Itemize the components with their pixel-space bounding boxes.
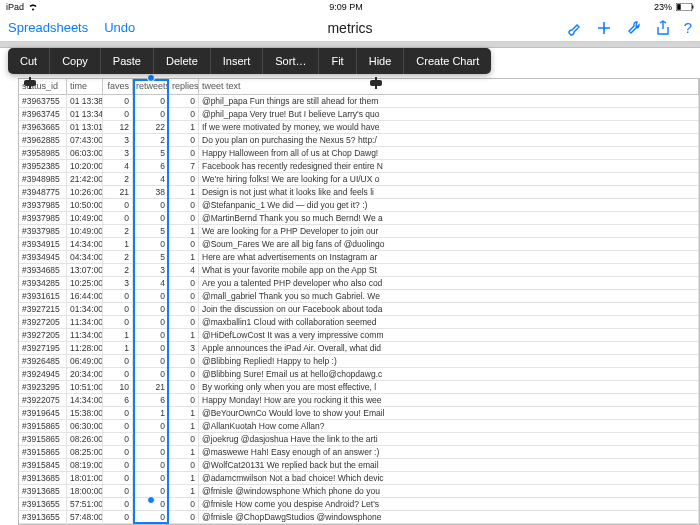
cell[interactable]: 0 (169, 277, 199, 289)
cell[interactable]: 08:26:00 (67, 433, 103, 445)
paste-button[interactable]: Paste (101, 48, 154, 74)
cell[interactable]: 11:28:00 (67, 342, 103, 354)
cell[interactable]: 11:34:00 (67, 316, 103, 328)
cell[interactable]: 14:34:00 (67, 238, 103, 250)
cell[interactable]: 06:30:00 (67, 420, 103, 432)
cell[interactable]: #3922075 (19, 394, 67, 406)
cell[interactable]: 1 (103, 238, 133, 250)
cell[interactable]: 21:42:00 (67, 173, 103, 185)
cell[interactable]: 6 (103, 394, 133, 406)
cell[interactable]: 10:49:00 (67, 212, 103, 224)
table-row[interactable]: #393161516:44:00000@mall_gabriel Thank y… (19, 290, 699, 303)
cell[interactable]: 08:19:00 (67, 459, 103, 471)
cell[interactable]: Here are what advertisements on Instagra… (199, 251, 699, 263)
cell[interactable]: By working only when you are most effect… (199, 381, 699, 393)
cell[interactable]: 5 (133, 225, 169, 237)
cell[interactable]: #3948775 (19, 186, 67, 198)
table-row[interactable]: #395238510:20:00467Facebook has recently… (19, 160, 699, 173)
cell[interactable]: 01 13:34 (67, 108, 103, 120)
cell[interactable]: @phil_papa Very true! But I believe Larr… (199, 108, 699, 120)
cell[interactable]: 0 (103, 355, 133, 367)
selection-handle-left[interactable] (24, 80, 36, 86)
table-row[interactable]: #391586506:30:00001@AllanKuotah How come… (19, 420, 699, 433)
cell[interactable]: 0 (133, 212, 169, 224)
cell[interactable]: 0 (103, 368, 133, 380)
cell[interactable]: 0 (133, 511, 169, 523)
cell[interactable]: 0 (169, 355, 199, 367)
cell[interactable]: 1 (169, 251, 199, 263)
cell[interactable]: 14:34:00 (67, 394, 103, 406)
cell[interactable]: 0 (103, 95, 133, 107)
cell[interactable]: #3915865 (19, 420, 67, 432)
cell[interactable]: #3913685 (19, 472, 67, 484)
cell[interactable]: 0 (169, 95, 199, 107)
table-row[interactable]: #394877510:26:0021381Design is not just … (19, 186, 699, 199)
cell[interactable]: 16:44:00 (67, 290, 103, 302)
cut-button[interactable]: Cut (8, 48, 50, 74)
cell[interactable]: 0 (169, 394, 199, 406)
cell[interactable]: 0 (133, 420, 169, 432)
cell[interactable]: #3937985 (19, 225, 67, 237)
cell[interactable]: 0 (169, 498, 199, 510)
wrench-icon[interactable] (626, 20, 642, 36)
cell[interactable]: #3927205 (19, 316, 67, 328)
cell[interactable]: 1 (169, 446, 199, 458)
insert-button[interactable]: Insert (211, 48, 264, 74)
cell[interactable]: 0 (103, 108, 133, 120)
cell[interactable]: 0 (133, 303, 169, 315)
cell[interactable]: 01 13:38 (67, 95, 103, 107)
cell[interactable]: #3924945 (19, 368, 67, 380)
cell[interactable]: 0 (169, 173, 199, 185)
table-row[interactable]: #393468513:07:00234What is your favorite… (19, 264, 699, 277)
table-row[interactable]: #391368518:00:00001@fmisle @windowsphone… (19, 485, 699, 498)
cell[interactable]: #3934685 (19, 264, 67, 276)
cell[interactable]: Happy Monday! How are you rocking it thi… (199, 394, 699, 406)
table-row[interactable]: #396366501 13:0112221If we were motivate… (19, 121, 699, 134)
cell[interactable]: 1 (169, 485, 199, 497)
cell[interactable]: @mall_gabriel Thank you so much Gabriel.… (199, 290, 699, 302)
cell[interactable]: 0 (133, 433, 169, 445)
cell[interactable]: Join the discussion on our Facebook abou… (199, 303, 699, 315)
create-chart-button[interactable]: Create Chart (404, 48, 491, 74)
cell[interactable]: 12 (103, 121, 133, 133)
cell[interactable]: 0 (133, 329, 169, 341)
cell[interactable]: 0 (133, 199, 169, 211)
cell[interactable]: #3927205 (19, 329, 67, 341)
cell[interactable]: 0 (169, 199, 199, 211)
cell[interactable]: 4 (133, 173, 169, 185)
cell[interactable]: 57:48:00 (67, 511, 103, 523)
table-row[interactable]: #392721501:34:00000Join the discussion o… (19, 303, 699, 316)
cell[interactable]: 57:51:00 (67, 498, 103, 510)
cell[interactable]: 0 (133, 108, 169, 120)
table-row[interactable]: #392720511:34:00101@HiDefLowCost It was … (19, 329, 699, 342)
cell[interactable]: 5 (133, 251, 169, 263)
table-row[interactable]: #391964515:38:00011@BeYourOwnCo Would lo… (19, 407, 699, 420)
cell[interactable]: #3963755 (19, 95, 67, 107)
cell[interactable]: 38 (133, 186, 169, 198)
cell[interactable]: 0 (133, 342, 169, 354)
cell[interactable]: 01:34:00 (67, 303, 103, 315)
cell[interactable]: #3913685 (19, 485, 67, 497)
cell[interactable]: #3919645 (19, 407, 67, 419)
cell[interactable]: 0 (133, 290, 169, 302)
cell[interactable]: @fmisle @ChopDawgStudios @windowsphone (199, 511, 699, 523)
table-row[interactable]: #392329510:51:0010210By working only whe… (19, 381, 699, 394)
cell[interactable]: 0 (169, 212, 199, 224)
paintbrush-icon[interactable] (566, 20, 582, 36)
cell[interactable]: 1 (169, 472, 199, 484)
cell[interactable]: 22 (133, 121, 169, 133)
cell[interactable]: 0 (103, 485, 133, 497)
cell[interactable]: 18:00:00 (67, 485, 103, 497)
cell[interactable]: @MartinBernd Thank you so much Bernd! We… (199, 212, 699, 224)
table-row[interactable]: #396288507:43:00320Do you plan on purcha… (19, 134, 699, 147)
cell[interactable]: 1 (169, 407, 199, 419)
cell[interactable]: 3 (103, 134, 133, 146)
cell[interactable]: 10:26:00 (67, 186, 103, 198)
cell[interactable]: 06:49:00 (67, 355, 103, 367)
cell[interactable]: 08:25:00 (67, 446, 103, 458)
cell[interactable]: 4 (133, 277, 169, 289)
cell[interactable]: 0 (169, 238, 199, 250)
cell[interactable]: Do you plan on purchasing the Nexus 5? h… (199, 134, 699, 146)
cell[interactable]: 0 (103, 420, 133, 432)
sort-button[interactable]: Sort… (263, 48, 319, 74)
